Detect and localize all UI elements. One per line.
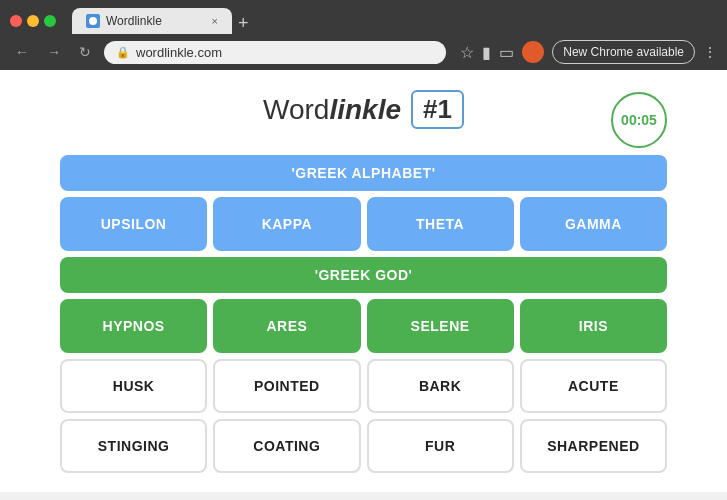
tab-close-button[interactable]: × [212,15,218,27]
tab-bar: Wordlinkle × + [72,8,717,34]
word-tile-bark[interactable]: BARK [367,359,514,413]
menu-icon[interactable]: ⋮ [703,44,717,60]
fullscreen-button[interactable] [44,15,56,27]
security-icon: 🔒 [116,46,130,59]
toolbar-icons: ☆ ▮ ▭ New Chrome available ⋮ [460,40,717,64]
minimize-button[interactable] [27,15,39,27]
address-bar[interactable]: 🔒 wordlinkle.com [104,41,446,64]
page-content: Wordlinkle #1 00:05 'GREEK ALPHABET' UPS… [0,70,727,492]
header-row: Wordlinkle #1 00:05 [60,90,667,149]
word-tile-stinging[interactable]: STINGING [60,419,207,473]
close-button[interactable] [10,15,22,27]
title-word: Wordlinkle [263,94,401,126]
timer-display: 00:05 [611,92,667,148]
page-title: Wordlinkle #1 [263,90,464,129]
url-text: wordlinkle.com [136,45,434,60]
forward-button[interactable]: → [42,42,66,62]
word-tile-husk[interactable]: HUSK [60,359,207,413]
word-tile-upsilon[interactable]: UPSILON [60,197,207,251]
back-button[interactable]: ← [10,42,34,62]
game-grid: 'GREEK ALPHABET' UPSILON KAPPA THETA GAM… [60,155,667,473]
new-tab-button[interactable]: + [232,13,255,34]
title-word-text: Word [263,94,329,125]
category-label-greek-god: 'GREEK GOD' [60,257,667,293]
puzzle-number: #1 [411,90,464,129]
word-tile-theta[interactable]: THETA [367,197,514,251]
word-tile-acute[interactable]: ACUTE [520,359,667,413]
tab-title: Wordlinkle [106,14,162,28]
reload-button[interactable]: ↻ [74,42,96,62]
word-tile-kappa[interactable]: KAPPA [213,197,360,251]
traffic-lights [10,15,56,27]
cast-icon[interactable]: ▭ [499,43,514,62]
greek-god-row: HYPNOS ARES SELENE IRIS [60,299,667,353]
bookmark-icon[interactable]: ☆ [460,43,474,62]
active-tab[interactable]: Wordlinkle × [72,8,232,34]
tab-favicon [86,14,100,28]
word-tile-gamma[interactable]: GAMMA [520,197,667,251]
word-tile-fur[interactable]: FUR [367,419,514,473]
profile-icon[interactable] [522,41,544,63]
word-tile-iris[interactable]: IRIS [520,299,667,353]
browser-chrome: Wordlinkle × + ← → ↻ 🔒 wordlinkle.com ☆ … [0,0,727,70]
ungrouped-row-2: STINGING COATING FUR SHARPENED [60,419,667,473]
word-tile-selene[interactable]: SELENE [367,299,514,353]
category-label-greek-alphabet: 'GREEK ALPHABET' [60,155,667,191]
word-tile-pointed[interactable]: POINTED [213,359,360,413]
title-bar: Wordlinkle × + [0,0,727,34]
ungrouped-row-1: HUSK POINTED BARK ACUTE [60,359,667,413]
word-tile-sharpened[interactable]: SHARPENED [520,419,667,473]
greek-alphabet-row: UPSILON KAPPA THETA GAMMA [60,197,667,251]
title-italic-text: linkle [329,94,401,125]
word-tile-ares[interactable]: ARES [213,299,360,353]
svg-point-0 [89,17,97,25]
new-chrome-button[interactable]: New Chrome available [552,40,695,64]
word-tile-hypnos[interactable]: HYPNOS [60,299,207,353]
extensions-icon[interactable]: ▮ [482,43,491,62]
address-bar-row: ← → ↻ 🔒 wordlinkle.com ☆ ▮ ▭ New Chrome … [0,34,727,70]
word-tile-coating[interactable]: COATING [213,419,360,473]
